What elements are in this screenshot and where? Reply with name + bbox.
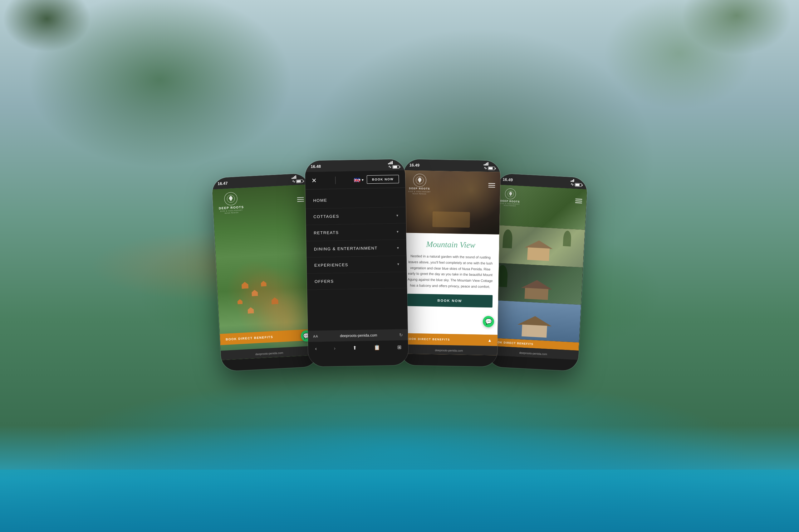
flag-icon: 🇬🇧 — [353, 177, 360, 182]
phone-2-url-bar: AA deeproots-penida.com ↻ — [308, 329, 408, 342]
phone-3-logo-name: DEEP ROOTS — [409, 187, 430, 191]
cottage-image-3 — [488, 300, 581, 343]
phone-3-logo-sub2: NUSA PENIDA — [412, 193, 426, 195]
book-now-button[interactable]: BOOK NOW — [366, 175, 399, 184]
phone-2-status-bar: 16.48 ∿ — [305, 159, 405, 172]
phones-container: 16.47 ∿ — [0, 0, 799, 532]
phone-3-hero: DEEP ROOTS DIVE & YOGA RESORT NUSA PENID… — [402, 170, 500, 234]
hamburger-4[interactable] — [575, 198, 582, 203]
nav-menu: HOME COTTAGES ▾ RETREATS ▾ DINING & ENTE… — [305, 188, 407, 331]
share-button[interactable]: ⬆ — [350, 344, 358, 352]
phone-4-book-direct: BOOK DIRECT BENEFITS — [492, 341, 533, 346]
whatsapp-button-3[interactable]: 💬 — [483, 316, 494, 327]
battery-icon-2 — [392, 165, 399, 169]
phone-3-chevron: ▲ — [487, 338, 492, 343]
phone-3-bottom-bar[interactable]: BOOK DIRECT BENEFITS ▲ — [400, 333, 497, 346]
back-button[interactable]: ‹ — [313, 345, 319, 353]
phone-3-url: deeproots-penida.com — [435, 349, 463, 353]
nav-item-retreats[interactable]: RETREATS ▾ — [306, 223, 406, 241]
rooftop-4 — [247, 307, 254, 314]
nav-label-home: HOME — [313, 198, 327, 203]
signal-icon-4 — [570, 179, 582, 183]
phone-2-screen: ✕ 🇬🇧 ▾ BOOK NOW HOME COTTAGES ▾ — [305, 170, 408, 355]
rooftop-2 — [251, 290, 258, 296]
logo-circle-4 — [505, 188, 516, 200]
wifi-icon-3: ∿ — [484, 166, 487, 170]
cottage-image-1 — [492, 225, 585, 268]
nav-label-retreats: RETREATS — [313, 230, 339, 235]
body-2 — [524, 288, 548, 300]
phone-3-header: DEEP ROOTS DIVE & YOGA RESORT NUSA PENID… — [403, 170, 500, 199]
wifi-icon-4: ∿ — [570, 182, 574, 187]
phone-1-url: deeproots-penida.com — [255, 351, 283, 356]
nav-item-experiences[interactable]: EXPERIENCES ▾ — [307, 256, 407, 274]
phone-4-hero: DEEP ROOTS DIVE & YOGA RESORT NUSA PENID… — [494, 185, 587, 230]
logo-svg-4 — [507, 190, 514, 197]
building-1 — [524, 240, 553, 261]
phone-1-logo-sub2: NUSA PENIDA — [224, 211, 238, 214]
phone-1-screen: DEEP ROOTS DIVE & YOGA RESORT NUSA PENID… — [212, 184, 317, 360]
nav-item-dining[interactable]: DINING & ENTERTAINMENT ▾ — [306, 240, 406, 258]
nav-right: 🇬🇧 ▾ BOOK NOW — [353, 175, 399, 184]
rooftop-1 — [241, 282, 249, 289]
phone-1-book-direct: BOOK DIRECT BENEFITS — [225, 335, 273, 341]
nav-item-home[interactable]: HOME — [305, 191, 405, 209]
phone-4: 16.49 ∿ — [487, 173, 587, 371]
phone-3-status-icons: ∿ — [484, 162, 495, 171]
retreats-chevron: ▾ — [396, 229, 398, 233]
nav-label-dining: DINING & ENTERTAINMENT — [314, 246, 377, 252]
aa-label: AA — [313, 334, 318, 338]
phone-3-logo: DEEP ROOTS DIVE & YOGA RESORT NUSA PENID… — [408, 174, 431, 195]
phone-3-screen: DEEP ROOTS DIVE & YOGA RESORT NUSA PENID… — [400, 170, 500, 355]
nav-label-offers: OFFERS — [314, 279, 334, 284]
phone-2-nav-header: ✕ 🇬🇧 ▾ BOOK NOW — [305, 170, 405, 190]
mountain-view-title: Mountain View — [426, 240, 475, 250]
phone-3-logo-sub: DIVE & YOGA RESORT — [408, 190, 431, 192]
tabs-button[interactable]: ⊞ — [395, 343, 403, 351]
battery-icon-4 — [575, 183, 582, 187]
phone-2: 16.48 ∿ ✕ 🇬🇧 — [305, 159, 408, 366]
furniture-element — [432, 211, 470, 228]
hamburger-menu[interactable] — [297, 197, 304, 202]
logo-svg — [226, 194, 235, 203]
phone-3-url-bar: deeproots-penida.com — [400, 344, 497, 355]
phone-4-logo-sub2: NUSA PENIDA — [504, 204, 515, 207]
experiences-chevron: ▾ — [397, 262, 399, 266]
signal-icon — [291, 175, 303, 179]
tree-2 — [562, 230, 571, 246]
body-3 — [522, 325, 547, 338]
browser-toolbar: ‹ › ⬆ 📋 ⊞ — [308, 340, 408, 356]
book-now-green-button[interactable]: BOOK NOW — [407, 294, 492, 308]
nav-label-experiences: EXPERIENCES — [314, 262, 348, 268]
language-selector[interactable]: 🇬🇧 ▾ — [353, 177, 363, 182]
phone-1-status-icons: ∿ — [291, 175, 303, 184]
phone-1-time: 16.47 — [217, 180, 228, 186]
signal-icon-2 — [388, 161, 399, 165]
rooftop-6 — [237, 299, 242, 304]
wifi-icon-2: ∿ — [388, 165, 391, 169]
phone-3: 16.49 ∿ — [400, 159, 500, 366]
phone-3-status-bar: 16.49 ∿ — [403, 159, 501, 172]
logo-circle — [224, 192, 237, 206]
cottages-chevron: ▾ — [396, 213, 398, 217]
nav-item-offers[interactable]: OFFERS — [307, 272, 407, 290]
signal-icon-3 — [484, 162, 495, 166]
nav-item-cottages[interactable]: COTTAGES ▾ — [306, 207, 406, 225]
forward-button: › — [332, 344, 338, 353]
phone-4-time: 16.49 — [503, 177, 513, 182]
bookmarks-button[interactable]: 📋 — [372, 343, 382, 352]
phone-1-header: DEEP ROOTS DIVE & YOGA RESORT NUSA PENID… — [212, 184, 310, 218]
dining-chevron: ▾ — [397, 245, 399, 250]
phone-4-url: deeproots-penida.com — [519, 351, 547, 356]
tree-1 — [502, 229, 512, 248]
divider — [335, 176, 335, 184]
phone-4-status-icons: ∿ — [570, 179, 582, 187]
refresh-icon[interactable]: ↻ — [399, 332, 403, 337]
close-button[interactable]: ✕ — [311, 177, 316, 184]
wifi-icon: ∿ — [291, 179, 295, 184]
cottage-grid — [488, 225, 585, 343]
hamburger-3[interactable] — [488, 183, 495, 187]
phone-2-url[interactable]: deeproots-penida.com — [321, 333, 396, 338]
phone-4-screen: DEEP ROOTS DIVE & YOGA RESORT NUSA PENID… — [488, 185, 587, 360]
phone-2-time: 16.48 — [311, 164, 321, 169]
